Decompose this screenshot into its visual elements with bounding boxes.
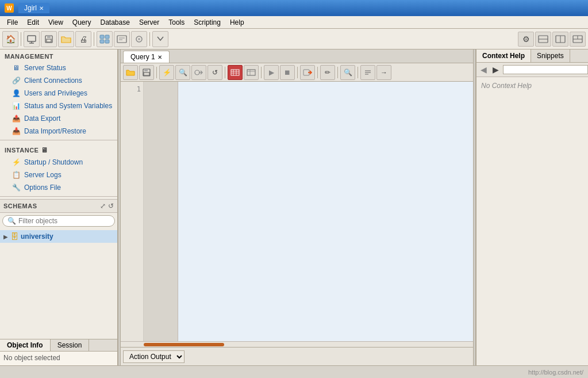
qt-run-btn[interactable]: ▶ bbox=[264, 65, 279, 80]
svg-rect-10 bbox=[117, 36, 126, 43]
schema-arrow-icon: ▶ bbox=[3, 234, 8, 240]
schema-name: university bbox=[21, 232, 53, 240]
sidebar-item-status-variables[interactable]: 📊 Status and System Variables bbox=[0, 100, 117, 112]
qt-export-btn[interactable] bbox=[300, 65, 315, 80]
menu-help[interactable]: Help bbox=[225, 17, 249, 28]
logs-icon: 📋 bbox=[11, 170, 21, 180]
toolbar-dashboard-btn[interactable] bbox=[97, 31, 113, 47]
menu-file[interactable]: File bbox=[2, 17, 22, 28]
qt-next-btn[interactable]: → bbox=[376, 65, 391, 80]
menu-scripting[interactable]: Scripting bbox=[189, 17, 225, 28]
qt-edit-btn[interactable]: ✏ bbox=[320, 65, 335, 80]
action-output-select[interactable]: Action Output bbox=[123, 350, 185, 363]
svg-rect-27 bbox=[231, 70, 239, 75]
management-section: MANAGEMENT 🖥 Server Status 🔗 Client Conn… bbox=[0, 49, 117, 138]
svg-point-14 bbox=[138, 38, 140, 40]
context-help-panel: Context Help Snippets ◀ ▶ No Context Hel… bbox=[476, 49, 588, 365]
svg-rect-7 bbox=[105, 35, 109, 39]
filter-box[interactable]: 🔍 bbox=[2, 215, 115, 227]
toolbar-view1-btn[interactable] bbox=[535, 32, 551, 47]
schema-db-icon: 🗄 bbox=[10, 232, 18, 241]
info-tab-session[interactable]: Session bbox=[51, 339, 90, 351]
qt-sep-7 bbox=[358, 67, 358, 78]
client-connections-icon: 🔗 bbox=[11, 76, 21, 85]
sidebar-item-data-export[interactable]: 📤 Data Export bbox=[0, 112, 117, 125]
object-info-content: No object selected bbox=[0, 352, 117, 365]
sidebar-item-server-logs[interactable]: 📋 Server Logs bbox=[0, 169, 117, 181]
context-forward-btn[interactable]: ▶ bbox=[491, 64, 501, 75]
qt-undo-btn[interactable]: ↺ bbox=[207, 65, 222, 80]
editor-container: 1 bbox=[121, 82, 473, 341]
instance-title: INSTANCE 🖥 bbox=[0, 143, 117, 156]
menu-view[interactable]: View bbox=[44, 17, 68, 28]
schema-item-university[interactable]: ▶ 🗄 university bbox=[0, 230, 117, 243]
sidebar-item-client-connections[interactable]: 🔗 Client Connections bbox=[0, 74, 117, 87]
toolbar-print-btn[interactable]: 🖨 bbox=[75, 31, 91, 47]
context-tab-bar: Context Help Snippets bbox=[476, 49, 588, 63]
toolbar-open-btn[interactable] bbox=[58, 31, 74, 47]
toolbar-view3-btn[interactable] bbox=[570, 32, 586, 47]
toolbar-save-btn[interactable] bbox=[41, 31, 57, 47]
object-info-panel: Object Info Session No object selected bbox=[0, 339, 117, 365]
action-output-bar: Action Output bbox=[121, 347, 473, 365]
sidebar-item-options-file[interactable]: 🔧 Options File bbox=[0, 181, 117, 194]
filter-input[interactable] bbox=[18, 217, 110, 225]
qt-search2-btn[interactable]: 🔍 bbox=[340, 65, 355, 80]
qt-replace-btn[interactable] bbox=[191, 65, 206, 80]
context-tab-snippets[interactable]: Snippets bbox=[531, 49, 570, 62]
info-tabs: Object Info Session bbox=[0, 339, 117, 352]
schema-list: ▶ 🗄 university bbox=[0, 229, 117, 339]
query-toolbar: ⚡ 🔍 ↺ ▶ ⏹ bbox=[121, 63, 473, 82]
svg-rect-6 bbox=[100, 35, 104, 39]
qt-open-btn[interactable] bbox=[123, 65, 138, 80]
context-nav: ◀ ▶ bbox=[476, 63, 588, 77]
schemas-header: SCHEMAS ⤢ ↺ bbox=[0, 199, 117, 213]
editor-margin bbox=[144, 82, 178, 341]
qt-form-btn[interactable] bbox=[244, 65, 259, 80]
toolbar-newconn-btn[interactable] bbox=[24, 31, 40, 47]
qt-execute-btn[interactable]: ⚡ bbox=[159, 65, 174, 80]
schemas-expand-btn[interactable]: ⤢ bbox=[100, 202, 106, 210]
editor-hscrollbar[interactable] bbox=[121, 341, 473, 347]
main-toolbar: 🏠 🖨 ⚙ bbox=[0, 29, 588, 49]
menu-database[interactable]: Database bbox=[96, 17, 134, 28]
toolbar-view2-btn[interactable] bbox=[552, 32, 568, 47]
line-number-1: 1 bbox=[123, 84, 141, 94]
schemas-title: SCHEMAS bbox=[3, 203, 37, 209]
svg-rect-24 bbox=[144, 72, 149, 75]
menu-tools[interactable]: Tools bbox=[164, 17, 189, 28]
title-tab-close[interactable]: ✕ bbox=[39, 5, 44, 12]
hscroll-thumb bbox=[144, 343, 224, 346]
title-tab-jgirl[interactable]: Jgirl ✕ bbox=[18, 3, 49, 13]
line-numbers: 1 bbox=[121, 82, 144, 341]
toolbar-home-btn[interactable]: 🏠 bbox=[2, 31, 18, 47]
query-tab-close[interactable]: ✕ bbox=[157, 54, 162, 60]
menu-server[interactable]: Server bbox=[134, 17, 164, 28]
toolbar-tools-btn[interactable] bbox=[131, 31, 147, 47]
qt-find-btn[interactable]: 🔍 bbox=[175, 65, 190, 80]
sidebar-divider-1 bbox=[0, 140, 117, 140]
qt-format-btn[interactable] bbox=[360, 65, 375, 80]
toolbar-query-btn[interactable] bbox=[114, 31, 130, 47]
query-tab-1[interactable]: Query 1 ✕ bbox=[123, 51, 170, 63]
qt-save-btn[interactable] bbox=[139, 65, 154, 80]
qt-table-btn[interactable] bbox=[228, 65, 243, 80]
svg-rect-5 bbox=[47, 39, 51, 42]
toolbar-extra-btn[interactable] bbox=[152, 31, 168, 47]
context-back-btn[interactable]: ◀ bbox=[479, 64, 489, 75]
toolbar-sep-3 bbox=[149, 32, 150, 46]
context-tab-help[interactable]: Context Help bbox=[476, 49, 531, 62]
sidebar-item-startup-shutdown[interactable]: ⚡ Startup / Shutdown bbox=[0, 156, 117, 169]
query-editor-textarea[interactable] bbox=[178, 82, 473, 341]
sidebar-item-server-status[interactable]: 🖥 Server Status bbox=[0, 62, 117, 74]
qt-stop-btn[interactable]: ⏹ bbox=[280, 65, 295, 80]
schemas-refresh-btn[interactable]: ↺ bbox=[108, 202, 114, 210]
sidebar-item-data-import[interactable]: 📥 Data Import/Restore bbox=[0, 125, 117, 138]
info-tab-object-info[interactable]: Object Info bbox=[0, 339, 51, 351]
sidebar-item-users-privileges[interactable]: 👤 Users and Privileges bbox=[0, 87, 117, 100]
menu-edit[interactable]: Edit bbox=[22, 17, 44, 28]
toolbar-gear-btn[interactable]: ⚙ bbox=[518, 32, 534, 47]
menu-query[interactable]: Query bbox=[68, 17, 96, 28]
svg-rect-8 bbox=[100, 40, 104, 43]
context-search-input[interactable] bbox=[503, 65, 588, 74]
